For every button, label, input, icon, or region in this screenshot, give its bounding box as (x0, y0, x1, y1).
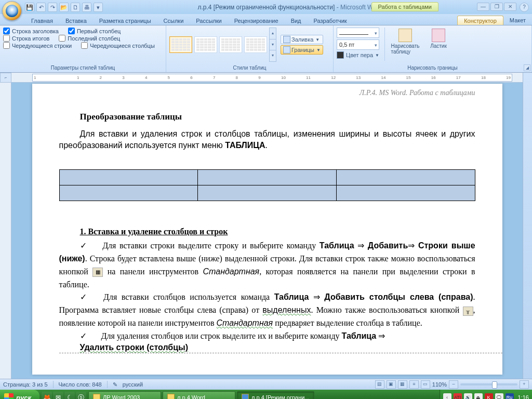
taskbar-item[interactable]: л.р.4 Word (163, 391, 235, 399)
line-style-combo[interactable] (337, 28, 379, 38)
group-draw-borders: 0,5 пт Цвет пера▼ Нарисовать таблицу Лас… (334, 25, 532, 72)
system-tray: ‹ ATI 🔊 ⏏ K 🖵 Ru 1:16 (440, 390, 532, 399)
insert-row-icon: ▦ (92, 268, 103, 277)
view-print-layout-icon[interactable]: ▤ (375, 380, 384, 389)
check-banded-cols[interactable]: Чередующиеся столбцы (81, 42, 155, 49)
qat-print-icon[interactable]: 🖶 (82, 3, 91, 12)
tray-usb-icon[interactable]: ⏏ (474, 393, 483, 399)
tab-insert[interactable]: Вставка (59, 16, 93, 25)
contextual-tab-group-label: Работа с таблицами (371, 2, 438, 11)
tab-table-design[interactable]: Конструктор (457, 16, 503, 25)
folder-icon (167, 394, 175, 399)
tab-table-layout[interactable]: Макет (503, 16, 532, 25)
check-header-row[interactable]: Строка заголовка (3, 28, 59, 34)
check-last-column[interactable]: Последний столбец (59, 35, 120, 42)
pencil-table-icon (398, 29, 412, 42)
minimize-button[interactable]: — (477, 3, 489, 11)
windows-flag-icon (4, 393, 14, 399)
qat-save-icon[interactable]: 💾 (25, 3, 34, 12)
quicklaunch-icon[interactable]: ✉ (53, 392, 63, 399)
tab-home[interactable]: Главная (25, 16, 59, 25)
tab-developer[interactable]: Разработчик (308, 16, 353, 25)
qat-new-icon[interactable]: 🗋 (71, 3, 80, 12)
taskbar-item[interactable]: л.р.4 [Режим ограни... (237, 391, 314, 399)
zoom-out-button[interactable]: – (449, 380, 458, 389)
pen-color-icon (337, 51, 344, 59)
tray-ati-icon[interactable]: ATI (454, 393, 462, 399)
doc-heading: Преобразование таблицы (80, 112, 475, 122)
doc-list-item: ✓Для вставки столбцов используется коман… (59, 291, 475, 329)
help-button[interactable]: ? (520, 3, 529, 12)
group-table-style-options: Строка заголовка Первый столбец Строка и… (0, 25, 166, 72)
gallery-scroll[interactable]: ▴▾▾ (269, 28, 276, 62)
view-outline-icon[interactable]: ≡ (409, 380, 419, 389)
status-word-count[interactable]: Число слов: 848 (59, 381, 102, 388)
selected-table[interactable] (59, 169, 475, 201)
qat-more-icon[interactable]: ▾ (94, 3, 103, 12)
document-viewport[interactable]: Л.Р.4. MS Word. Работа с таблицами Преоб… (11, 83, 523, 379)
office-button[interactable] (2, 1, 22, 21)
view-draft-icon[interactable]: ▭ (421, 380, 430, 389)
tab-mailings[interactable]: Рассылки (190, 16, 228, 25)
quicklaunch-icon[interactable]: ☾ (64, 392, 75, 399)
quicklaunch-icon[interactable]: ⓢ (76, 392, 86, 399)
pen-color-button[interactable]: Цвет пера▼ (337, 51, 379, 59)
vertical-scrollbar[interactable] (523, 73, 532, 379)
shading-button[interactable]: Заливка▼ (281, 35, 323, 44)
taskbar-clock[interactable]: 1:16 (518, 394, 529, 399)
tab-references[interactable]: Ссылки (157, 16, 190, 25)
quick-access-toolbar: 💾 ↶ ↷ 📂 🗋 🖶 ▾ (25, 3, 103, 12)
maximize-button[interactable]: ❐ (490, 3, 503, 11)
check-banded-rows[interactable]: Чередующиеся строки (3, 42, 72, 49)
dialog-launcher-icon[interactable]: ◢ (524, 64, 530, 71)
folder-icon (93, 394, 100, 399)
zoom-slider[interactable] (460, 383, 517, 385)
ribbon-tabs: Главная Вставка Разметка страницы Ссылки… (0, 14, 532, 25)
qat-open-icon[interactable]: 📂 (59, 3, 69, 12)
tray-antivirus-icon[interactable]: K (485, 393, 493, 399)
borders-button[interactable]: Границы▼ (281, 45, 323, 55)
status-spellcheck-icon[interactable]: ✎ (113, 381, 117, 388)
eraser-button[interactable]: Ластик (423, 28, 454, 50)
check-total-row[interactable]: Строка итогов (3, 35, 49, 42)
table-style-thumbnail[interactable] (194, 36, 217, 53)
gallery-more-icon[interactable]: ▾ (270, 50, 276, 61)
ruler-corner[interactable]: ⌐ (0, 73, 11, 83)
taskbar-item[interactable]: ЛР Word 2003 (88, 391, 161, 399)
ribbon: Строка заголовка Первый столбец Строка и… (0, 25, 532, 73)
chevron-down-icon[interactable]: ▼ (315, 37, 320, 42)
zoom-level[interactable]: 110% (432, 381, 447, 388)
table-style-thumbnail[interactable] (244, 36, 267, 53)
gallery-down-icon[interactable]: ▾ (270, 39, 276, 51)
tab-page-layout[interactable]: Разметка страницы (93, 16, 157, 25)
language-indicator[interactable]: Ru (506, 393, 514, 399)
qat-redo-icon[interactable]: ↷ (48, 3, 57, 12)
quicklaunch-icon[interactable]: 🦊 (42, 392, 52, 399)
doc-list-item: ✓Для удаления столбцов или строк выделит… (59, 330, 475, 343)
view-fullscreen-icon[interactable]: ▣ (387, 380, 396, 389)
view-web-icon[interactable]: ▦ (398, 380, 407, 389)
tab-review[interactable]: Рецензирование (228, 16, 285, 25)
tray-volume-icon[interactable]: 🔊 (464, 393, 472, 399)
zoom-in-button[interactable]: + (520, 380, 529, 389)
draw-table-button[interactable]: Нарисовать таблицу (390, 28, 420, 56)
tab-view[interactable]: Вид (285, 16, 308, 25)
chevron-down-icon[interactable]: ▼ (316, 48, 321, 52)
status-bar: Страница: 3 из 5 Число слов: 848 ✎ русск… (0, 379, 532, 390)
tray-display-icon[interactable]: 🖵 (495, 393, 503, 399)
check-first-column[interactable]: Первый столбец (68, 28, 121, 34)
page[interactable]: Л.Р.4. MS Word. Работа с таблицами Преоб… (32, 84, 502, 375)
close-button[interactable]: ✕ (504, 3, 516, 11)
vertical-ruler[interactable] (0, 83, 11, 379)
gallery-up-icon[interactable]: ▴ (270, 28, 276, 39)
horizontal-ruler[interactable]: 112345678910111213141516171819 (11, 73, 523, 83)
tray-icon[interactable]: ‹ (443, 393, 451, 399)
qat-undo-icon[interactable]: ↶ (36, 3, 46, 12)
status-language[interactable]: русский (123, 381, 143, 388)
line-weight-combo[interactable]: 0,5 пт (337, 39, 379, 50)
insert-column-icon: ╥ (463, 307, 473, 316)
start-button[interactable]: пуск (0, 390, 39, 399)
status-page[interactable]: Страница: 3 из 5 (3, 381, 48, 388)
table-style-thumbnail[interactable] (219, 36, 242, 53)
table-style-thumbnail[interactable] (169, 36, 192, 53)
